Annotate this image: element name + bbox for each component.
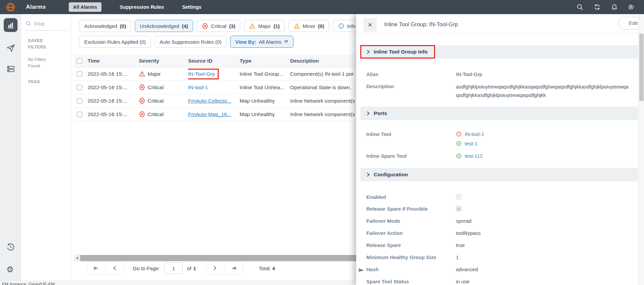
error-circle-icon bbox=[456, 131, 462, 137]
first-page-button[interactable] bbox=[87, 262, 105, 275]
notifications-bell-icon[interactable] bbox=[611, 4, 618, 11]
last-page-icon bbox=[231, 266, 237, 271]
cell-time: 2022-05-16 15:... bbox=[88, 98, 139, 104]
filter-chip-major[interactable]: Major(1) bbox=[244, 20, 285, 32]
release-spare-if-possible-checkbox[interactable] bbox=[456, 206, 461, 211]
source-id-link[interactable]: IN-Tool-Grp bbox=[188, 71, 215, 77]
inline-tool-link[interactable]: test-1 bbox=[465, 141, 478, 146]
annotation-box-source-id: IN-Tool-Grp bbox=[188, 69, 219, 79]
saved-filters-label: SAVED FILTERS bbox=[28, 38, 55, 50]
filter-chip-critical[interactable]: Critical(3) bbox=[197, 20, 240, 32]
chip-count: (0) bbox=[120, 23, 126, 29]
row-checkbox[interactable] bbox=[77, 71, 82, 77]
sidebar-item-settings[interactable]: ⚙ bbox=[6, 265, 15, 274]
scrollbar-thumb[interactable] bbox=[639, 34, 644, 101]
panel-header-divider bbox=[356, 33, 644, 34]
sidebar-item-alarms-active[interactable] bbox=[4, 18, 18, 32]
section-ports[interactable]: Ports bbox=[360, 107, 638, 120]
scroll-left-arrow-icon bbox=[76, 256, 78, 260]
inline-tool-link[interactable]: IN-tool-1 bbox=[465, 131, 484, 137]
panel-expand-handle[interactable] bbox=[358, 267, 364, 273]
chip-label: UnAcknowledged bbox=[140, 23, 179, 29]
section-title: Configuration bbox=[374, 172, 408, 178]
cell-type: Inline Tool Unhea... bbox=[240, 84, 290, 91]
top-navbar: Alarms All Alarms Suppression Rules Sett… bbox=[0, 0, 644, 14]
chip-label: Auto Suppression Rules (0) bbox=[160, 39, 221, 45]
table-row[interactable]: 2022-05-16 15:... Major IN-Tool-Grp Inli… bbox=[74, 67, 404, 81]
filter-chip-minor[interactable]: Minor(0) bbox=[288, 20, 329, 32]
column-header-source-id[interactable]: Source ID bbox=[188, 58, 240, 64]
fm-instance-label: FM Instance: GigaVUE-FM bbox=[2, 282, 55, 285]
inline-spare-tool-link[interactable]: test-112 bbox=[465, 153, 483, 159]
account-icon[interactable] bbox=[628, 4, 635, 11]
previous-page-button[interactable] bbox=[105, 262, 124, 275]
field-inline-tool: Inline Tool IN-tool-1 test-1 bbox=[366, 131, 631, 146]
tab-all-alarms[interactable]: All Alarms bbox=[69, 2, 101, 12]
field-label: Inline Tool bbox=[366, 131, 456, 137]
next-page-button[interactable] bbox=[206, 262, 224, 275]
field-failover-action: Failover Action toolBypass bbox=[366, 230, 631, 236]
refresh-icon[interactable] bbox=[594, 4, 601, 11]
ok-circle-icon bbox=[456, 141, 462, 146]
paper-plane-icon bbox=[6, 44, 15, 52]
filter-chip-unacknowledged[interactable]: UnAcknowledged(4) bbox=[135, 20, 193, 32]
chevron-right-icon bbox=[366, 172, 370, 177]
view-by-dropdown[interactable]: View By: All Alarms bbox=[230, 36, 294, 48]
enabled-checkbox[interactable] bbox=[456, 194, 461, 200]
field-value: true bbox=[456, 242, 465, 248]
cell-severity: Critical bbox=[148, 84, 163, 91]
field-label: Enabled bbox=[366, 194, 456, 200]
field-release-spare: Release Spare true bbox=[366, 242, 631, 248]
search-icon[interactable] bbox=[577, 4, 584, 11]
field-label: Spare Tool Status bbox=[366, 279, 456, 284]
cell-severity: Major bbox=[148, 71, 161, 77]
find-input[interactable] bbox=[34, 21, 61, 27]
column-header-time[interactable]: Time bbox=[88, 58, 139, 64]
row-checkbox[interactable] bbox=[77, 98, 82, 104]
info-circle-icon bbox=[338, 23, 344, 29]
total-pages-value: 1 bbox=[193, 265, 196, 271]
source-id-link[interactable]: FmAuto-Map_16... bbox=[188, 111, 231, 117]
close-panel-button[interactable]: ✕ bbox=[363, 18, 377, 32]
alarms-table: Time Severity Source ID Type Description… bbox=[74, 55, 404, 121]
tab-suppression-rules[interactable]: Suppression Rules bbox=[120, 4, 164, 10]
scroll-left-button[interactable] bbox=[74, 255, 80, 261]
filter-chip-acknowledged[interactable]: Acknowledged(0) bbox=[79, 20, 131, 32]
last-page-button[interactable] bbox=[224, 262, 243, 275]
section-title: Ports bbox=[374, 110, 387, 116]
section-configuration[interactable]: Configuration bbox=[360, 168, 638, 181]
page-number-input[interactable] bbox=[164, 262, 183, 274]
row-checkbox[interactable] bbox=[77, 112, 82, 117]
chevron-right-icon bbox=[366, 49, 370, 54]
table-row[interactable]: 2022-05-16 15:... Critical FmAuto-Collec… bbox=[74, 94, 404, 108]
field-minimum-healthy-group-size: Minimum Healthy Group Size 1 bbox=[366, 254, 631, 260]
field-value: advanced bbox=[456, 266, 478, 272]
source-id-link[interactable]: IN-tool-1 bbox=[188, 84, 208, 90]
column-header-type[interactable]: Type bbox=[240, 58, 290, 64]
field-value: IN-Tool-Grp bbox=[456, 71, 482, 77]
vertical-scrollbar[interactable] bbox=[638, 14, 644, 285]
column-header-severity[interactable]: Severity bbox=[139, 58, 188, 64]
gear-icon: ⚙ bbox=[6, 265, 14, 274]
cell-time: 2022-05-16 15:... bbox=[88, 84, 139, 91]
saved-filters-sidebar: SAVED FILTERS No Filters Found TAGS bbox=[21, 14, 71, 281]
inline-tool-group-detail-panel: ✕ Inline Tool Group: IN-Tool-Grp Edit In… bbox=[356, 14, 644, 285]
sidebar-item-inventory[interactable] bbox=[6, 65, 15, 73]
sidebar-item-history[interactable] bbox=[6, 243, 15, 252]
table-row[interactable]: 2022-05-16 15:... Critical IN-tool-1 Inl… bbox=[74, 81, 404, 94]
source-id-link[interactable]: FmAuto-Collecto... bbox=[188, 98, 231, 104]
field-label: Failover Mode bbox=[366, 218, 456, 224]
field-value: spread bbox=[456, 218, 471, 224]
row-checkbox[interactable] bbox=[77, 85, 82, 90]
tab-settings[interactable]: Settings bbox=[182, 4, 201, 10]
section-inline-tool-group-info[interactable]: Inline Tool Group Info bbox=[360, 45, 638, 59]
first-page-icon bbox=[93, 266, 99, 271]
go-to-page-label: Go to Page: bbox=[133, 265, 160, 271]
select-all-checkbox[interactable] bbox=[77, 58, 82, 64]
table-row[interactable]: 2022-05-16 15:... Critical FmAuto-Map_16… bbox=[74, 108, 404, 121]
field-enabled: Enabled bbox=[366, 194, 631, 200]
filter-chip-exclusion-rules[interactable]: Exclusion Rules Applied (0) bbox=[79, 36, 151, 48]
major-triangle-icon bbox=[249, 23, 255, 29]
filter-chip-auto-suppression-rules[interactable]: Auto Suppression Rules (0) bbox=[155, 36, 226, 48]
sidebar-item-deploy[interactable] bbox=[6, 44, 15, 52]
